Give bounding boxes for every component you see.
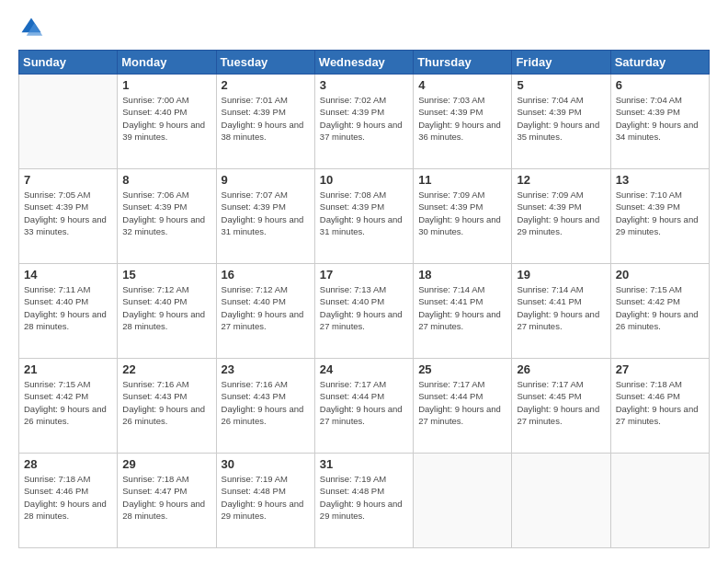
calendar-cell: 12 Sunrise: 7:09 AM Sunset: 4:39 PM Dayl… — [512, 169, 610, 264]
day-number: 18 — [418, 268, 506, 282]
calendar-cell: 8 Sunrise: 7:06 AM Sunset: 4:39 PM Dayli… — [118, 169, 216, 264]
calendar-cell: 23 Sunrise: 7:16 AM Sunset: 4:43 PM Dayl… — [216, 359, 314, 454]
day-number: 2 — [222, 78, 310, 92]
day-number: 17 — [320, 268, 408, 282]
calendar-cell: 30 Sunrise: 7:19 AM Sunset: 4:48 PM Dayl… — [216, 454, 314, 548]
calendar-cell: 24 Sunrise: 7:17 AM Sunset: 4:44 PM Dayl… — [314, 359, 413, 454]
calendar-week-row: 28 Sunrise: 7:18 AM Sunset: 4:46 PM Dayl… — [19, 454, 710, 548]
logo — [18, 15, 48, 40]
day-info: Sunrise: 7:09 AM Sunset: 4:39 PM Dayligh… — [517, 189, 605, 237]
day-info: Sunrise: 7:14 AM Sunset: 4:41 PM Dayligh… — [418, 283, 506, 332]
calendar-cell — [610, 454, 709, 548]
day-number: 4 — [418, 78, 506, 92]
day-info: Sunrise: 7:11 AM Sunset: 4:40 PM Dayligh… — [24, 283, 112, 332]
calendar-cell: 7 Sunrise: 7:05 AM Sunset: 4:39 PM Dayli… — [19, 169, 118, 264]
day-info: Sunrise: 7:09 AM Sunset: 4:39 PM Dayligh… — [418, 189, 506, 237]
calendar-cell: 6 Sunrise: 7:04 AM Sunset: 4:39 PM Dayli… — [610, 75, 709, 169]
day-number: 6 — [616, 78, 704, 92]
page: SundayMondayTuesdayWednesdayThursdayFrid… — [0, 0, 728, 563]
day-number: 13 — [616, 173, 704, 187]
calendar-cell: 20 Sunrise: 7:15 AM Sunset: 4:42 PM Dayl… — [610, 264, 709, 359]
day-number: 25 — [418, 362, 506, 376]
weekday-header-row: SundayMondayTuesdayWednesdayThursdayFrid… — [19, 51, 710, 75]
calendar-cell: 1 Sunrise: 7:00 AM Sunset: 4:40 PM Dayli… — [118, 75, 216, 169]
day-info: Sunrise: 7:17 AM Sunset: 4:44 PM Dayligh… — [320, 378, 408, 427]
day-number: 5 — [517, 78, 605, 92]
day-info: Sunrise: 7:19 AM Sunset: 4:48 PM Dayligh… — [320, 473, 408, 522]
day-info: Sunrise: 7:17 AM Sunset: 4:44 PM Dayligh… — [418, 378, 506, 427]
calendar-cell: 21 Sunrise: 7:15 AM Sunset: 4:42 PM Dayl… — [19, 359, 118, 454]
calendar-cell — [512, 454, 610, 548]
day-number: 22 — [122, 362, 210, 376]
weekday-header-sunday: Sunday — [19, 51, 118, 75]
day-number: 30 — [222, 457, 310, 471]
calendar-cell: 31 Sunrise: 7:19 AM Sunset: 4:48 PM Dayl… — [314, 454, 413, 548]
calendar-cell: 11 Sunrise: 7:09 AM Sunset: 4:39 PM Dayl… — [414, 169, 512, 264]
day-info: Sunrise: 7:04 AM Sunset: 4:39 PM Dayligh… — [616, 94, 704, 143]
calendar-week-row: 14 Sunrise: 7:11 AM Sunset: 4:40 PM Dayl… — [19, 264, 710, 359]
calendar-cell: 25 Sunrise: 7:17 AM Sunset: 4:44 PM Dayl… — [414, 359, 512, 454]
day-info: Sunrise: 7:16 AM Sunset: 4:43 PM Dayligh… — [122, 378, 210, 427]
day-info: Sunrise: 7:17 AM Sunset: 4:45 PM Dayligh… — [517, 378, 605, 427]
weekday-header-monday: Monday — [118, 51, 216, 75]
calendar-table: SundayMondayTuesdayWednesdayThursdayFrid… — [18, 50, 710, 548]
day-info: Sunrise: 7:04 AM Sunset: 4:39 PM Dayligh… — [517, 94, 605, 143]
day-number: 7 — [24, 173, 112, 187]
calendar-cell: 22 Sunrise: 7:16 AM Sunset: 4:43 PM Dayl… — [118, 359, 216, 454]
day-number: 19 — [517, 268, 605, 282]
day-info: Sunrise: 7:15 AM Sunset: 4:42 PM Dayligh… — [616, 283, 704, 332]
calendar-cell: 26 Sunrise: 7:17 AM Sunset: 4:45 PM Dayl… — [512, 359, 610, 454]
calendar-cell: 9 Sunrise: 7:07 AM Sunset: 4:39 PM Dayli… — [216, 169, 314, 264]
calendar-cell: 19 Sunrise: 7:14 AM Sunset: 4:41 PM Dayl… — [512, 264, 610, 359]
day-number: 1 — [122, 78, 210, 92]
day-info: Sunrise: 7:10 AM Sunset: 4:39 PM Dayligh… — [616, 189, 704, 237]
day-number: 20 — [616, 268, 704, 282]
day-info: Sunrise: 7:03 AM Sunset: 4:39 PM Dayligh… — [418, 94, 506, 143]
day-number: 16 — [222, 268, 310, 282]
day-info: Sunrise: 7:06 AM Sunset: 4:39 PM Dayligh… — [122, 189, 210, 237]
day-info: Sunrise: 7:18 AM Sunset: 4:47 PM Dayligh… — [122, 473, 210, 522]
calendar-cell: 29 Sunrise: 7:18 AM Sunset: 4:47 PM Dayl… — [118, 454, 216, 548]
day-number: 21 — [24, 362, 112, 376]
calendar-cell: 2 Sunrise: 7:01 AM Sunset: 4:39 PM Dayli… — [216, 75, 314, 169]
calendar-cell: 14 Sunrise: 7:11 AM Sunset: 4:40 PM Dayl… — [19, 264, 118, 359]
logo-icon — [18, 15, 44, 40]
day-number: 9 — [222, 173, 310, 187]
day-number: 31 — [320, 457, 408, 471]
day-number: 11 — [418, 173, 506, 187]
day-info: Sunrise: 7:01 AM Sunset: 4:39 PM Dayligh… — [222, 94, 310, 143]
day-number: 28 — [24, 457, 112, 471]
calendar-week-row: 7 Sunrise: 7:05 AM Sunset: 4:39 PM Dayli… — [19, 169, 710, 264]
day-info: Sunrise: 7:08 AM Sunset: 4:39 PM Dayligh… — [320, 189, 408, 237]
header — [18, 15, 710, 40]
calendar-cell: 13 Sunrise: 7:10 AM Sunset: 4:39 PM Dayl… — [610, 169, 709, 264]
day-number: 27 — [616, 362, 704, 376]
calendar-cell: 3 Sunrise: 7:02 AM Sunset: 4:39 PM Dayli… — [314, 75, 413, 169]
calendar-week-row: 21 Sunrise: 7:15 AM Sunset: 4:42 PM Dayl… — [19, 359, 710, 454]
calendar-week-row: 1 Sunrise: 7:00 AM Sunset: 4:40 PM Dayli… — [19, 75, 710, 169]
day-info: Sunrise: 7:13 AM Sunset: 4:40 PM Dayligh… — [320, 283, 408, 332]
day-number: 12 — [517, 173, 605, 187]
day-number: 24 — [320, 362, 408, 376]
day-number: 8 — [122, 173, 210, 187]
day-info: Sunrise: 7:14 AM Sunset: 4:41 PM Dayligh… — [517, 283, 605, 332]
day-info: Sunrise: 7:15 AM Sunset: 4:42 PM Dayligh… — [24, 378, 112, 427]
day-info: Sunrise: 7:18 AM Sunset: 4:46 PM Dayligh… — [616, 378, 704, 427]
calendar-cell: 18 Sunrise: 7:14 AM Sunset: 4:41 PM Dayl… — [414, 264, 512, 359]
day-number: 14 — [24, 268, 112, 282]
day-info: Sunrise: 7:12 AM Sunset: 4:40 PM Dayligh… — [122, 283, 210, 332]
calendar-cell: 27 Sunrise: 7:18 AM Sunset: 4:46 PM Dayl… — [610, 359, 709, 454]
weekday-header-wednesday: Wednesday — [314, 51, 413, 75]
calendar-cell: 15 Sunrise: 7:12 AM Sunset: 4:40 PM Dayl… — [118, 264, 216, 359]
day-info: Sunrise: 7:07 AM Sunset: 4:39 PM Dayligh… — [222, 189, 310, 237]
day-info: Sunrise: 7:00 AM Sunset: 4:40 PM Dayligh… — [122, 94, 210, 143]
weekday-header-friday: Friday — [512, 51, 610, 75]
day-info: Sunrise: 7:05 AM Sunset: 4:39 PM Dayligh… — [24, 189, 112, 237]
day-number: 3 — [320, 78, 408, 92]
calendar-cell: 16 Sunrise: 7:12 AM Sunset: 4:40 PM Dayl… — [216, 264, 314, 359]
weekday-header-saturday: Saturday — [610, 51, 709, 75]
calendar-cell: 5 Sunrise: 7:04 AM Sunset: 4:39 PM Dayli… — [512, 75, 610, 169]
calendar-cell: 4 Sunrise: 7:03 AM Sunset: 4:39 PM Dayli… — [414, 75, 512, 169]
day-info: Sunrise: 7:18 AM Sunset: 4:46 PM Dayligh… — [24, 473, 112, 522]
day-number: 10 — [320, 173, 408, 187]
